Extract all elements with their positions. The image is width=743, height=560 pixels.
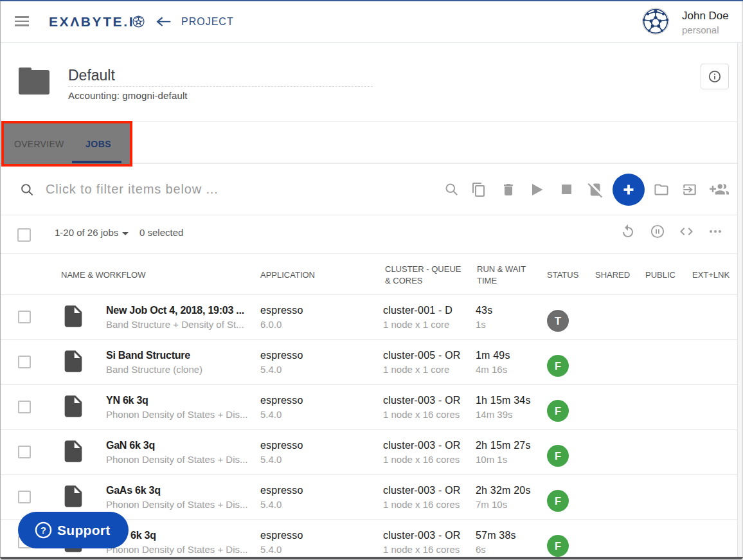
svg-text:?: ?: [40, 525, 46, 536]
